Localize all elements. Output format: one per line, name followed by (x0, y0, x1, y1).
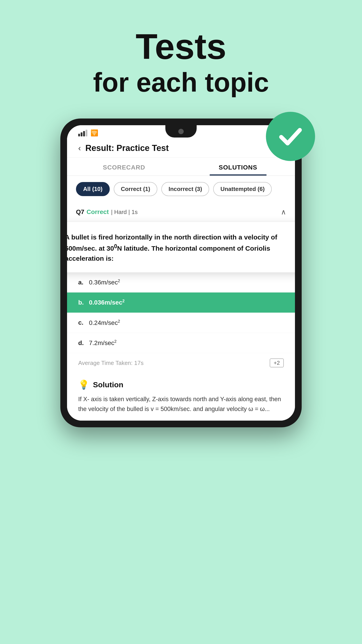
filter-correct[interactable]: Correct (1) (114, 182, 157, 196)
phone-screen: 🛜 ✱ 1 ‹ Result: Practice Test SCORECARD … (67, 125, 295, 420)
answer-option-d[interactable]: d. 7.2m/sec2 (67, 333, 295, 353)
camera-dot (178, 129, 184, 134)
answers-section: a. 0.36m/sec2 b. 0.036m/sec2 c. 0.24m/se… (67, 272, 295, 353)
correct-checkmark-badge (266, 112, 315, 161)
option-text-c: 0.24m/sec2 (89, 319, 120, 326)
plus-badge: +2 (270, 358, 284, 368)
tabs-bar: SCORECARD SOLUTIONS (67, 158, 295, 176)
chevron-up-icon[interactable]: ∧ (281, 208, 286, 216)
back-button[interactable]: ‹ (78, 144, 81, 153)
status-icons-left: 🛜 (78, 129, 98, 137)
question-number: Q7 (76, 208, 84, 216)
phone-notch (165, 125, 197, 138)
option-text-d: 7.2m/sec2 (89, 339, 117, 346)
avg-time-label: Average Time Taken: 17s (78, 360, 143, 366)
filter-unattempted[interactable]: Unattempted (6) (213, 182, 272, 196)
filter-incorrect[interactable]: Incorrect (3) (161, 182, 209, 196)
app-header: ‹ Result: Practice Test (67, 139, 295, 158)
hero-title-line2: for each topic (93, 66, 269, 98)
option-text-a: 0.36m/sec2 (89, 278, 120, 286)
question-text: A bullet is fired horizontally in the no… (67, 234, 277, 262)
tab-scorecard[interactable]: SCORECARD (67, 158, 181, 176)
solution-header: 💡 Solution (78, 380, 284, 390)
avg-time-row: Average Time Taken: 17s +2 (67, 353, 295, 373)
hero-section: Tests for each topic (93, 27, 269, 98)
answer-option-b[interactable]: b. 0.036m/sec2 (67, 292, 295, 312)
question-difficulty: | Hard | 1s (111, 209, 138, 216)
answer-option-a[interactable]: a. 0.36m/sec2 (67, 272, 295, 292)
tab-solutions[interactable]: SOLUTIONS (181, 158, 295, 176)
hero-title-line1: Tests (93, 27, 269, 66)
filter-row: All (10) Correct (1) Incorrect (3) Unatt… (67, 176, 295, 202)
solution-text: If X- axis is taken vertically, Z-axis t… (78, 394, 284, 414)
question-card: A bullet is fired horizontally in the no… (67, 222, 295, 272)
option-label-b: b. (78, 299, 85, 306)
status-bar: 🛜 ✱ 1 (67, 125, 295, 139)
page-title: Result: Practice Test (85, 143, 169, 153)
phone-shell: 🛜 ✱ 1 ‹ Result: Practice Test SCORECARD … (60, 118, 302, 427)
question-row[interactable]: Q7 Correct | Hard | 1s ∧ (67, 202, 295, 222)
phone-container: 🛜 ✱ 1 ‹ Result: Practice Test SCORECARD … (60, 118, 302, 427)
wifi-icon: 🛜 (90, 129, 98, 137)
solution-title: Solution (93, 380, 123, 389)
question-status: Correct (86, 208, 109, 216)
option-label-c: c. (78, 319, 85, 326)
solution-section: 💡 Solution If X- axis is taken verticall… (67, 373, 295, 420)
answer-option-c[interactable]: c. 0.24m/sec2 (67, 313, 295, 333)
signal-bars-icon (78, 130, 87, 136)
option-text-b: 0.036m/sec2 (89, 299, 124, 306)
filter-all[interactable]: All (10) (76, 182, 110, 196)
option-label-a: a. (78, 279, 85, 286)
solution-lightbulb-icon: 💡 (78, 380, 89, 390)
option-label-d: d. (78, 340, 85, 346)
